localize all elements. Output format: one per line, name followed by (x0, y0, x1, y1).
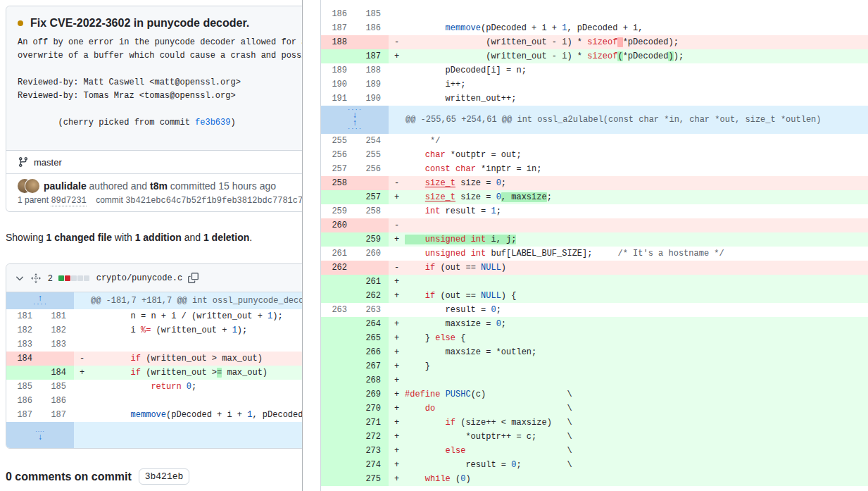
committer-name[interactable]: t8m (150, 180, 168, 192)
committer-avatar[interactable] (25, 179, 39, 193)
line-number-new[interactable]: 182 (40, 323, 74, 337)
line-number-new[interactable]: 185 (355, 7, 389, 21)
line-number-old[interactable] (6, 366, 40, 380)
line-number-new[interactable]: 256 (355, 162, 389, 176)
line-number-new[interactable] (355, 35, 389, 49)
line-number-old[interactable] (321, 444, 355, 458)
line-number-new[interactable]: 274 (355, 458, 389, 472)
line-number-old[interactable]: 186 (6, 394, 40, 408)
line-number-new[interactable]: 189 (355, 77, 389, 92)
line-number-new[interactable] (355, 261, 389, 275)
expand-up-button[interactable]: ↑···· (348, 120, 363, 131)
line-number-old[interactable]: 255 (321, 134, 355, 148)
line-number-new[interactable]: 258 (355, 204, 389, 218)
cherry-pick-commit-link[interactable]: fe3b639 (195, 118, 230, 128)
diff-sign (389, 148, 405, 162)
line-number-new[interactable]: 272 (355, 430, 389, 444)
diff-row: 190189 i++; (321, 77, 868, 92)
line-number-new[interactable]: 261 (355, 275, 389, 289)
line-number-new[interactable]: 266 (355, 345, 389, 359)
code-line: result = 0; (405, 303, 501, 317)
line-number-new[interactable]: 269 (355, 387, 389, 402)
line-number-old[interactable]: 257 (321, 162, 355, 176)
line-number-new[interactable]: 184 (40, 366, 74, 380)
line-number-new[interactable]: 275 (355, 472, 389, 486)
line-number-new[interactable] (40, 352, 74, 366)
line-number-new[interactable]: 187 (40, 408, 74, 422)
line-number-old[interactable]: 191 (321, 92, 355, 106)
author-name[interactable]: paulidale (44, 180, 87, 192)
line-number-old[interactable] (321, 317, 355, 331)
line-number-new[interactable]: 264 (355, 317, 389, 331)
line-number-new[interactable]: 273 (355, 444, 389, 458)
line-number-new[interactable]: 190 (355, 92, 389, 106)
line-number-old[interactable] (321, 430, 355, 444)
line-number-old[interactable] (321, 289, 355, 303)
line-number-old[interactable]: 188 (321, 35, 355, 49)
line-number-new[interactable]: 268 (355, 373, 389, 387)
line-number-new[interactable]: 267 (355, 359, 389, 373)
line-number-old[interactable]: 263 (321, 303, 355, 317)
code-line: (written_out - i) * sizeof(*pDecoded)); (405, 49, 684, 63)
line-number-new[interactable]: 260 (355, 247, 389, 261)
expand-down-button[interactable]: ····↓ (35, 430, 44, 441)
line-number-new[interactable]: 270 (355, 402, 389, 416)
line-number-old[interactable] (321, 416, 355, 430)
line-number-old[interactable]: 189 (321, 63, 355, 77)
line-number-new[interactable]: 187 (355, 49, 389, 63)
line-number-old[interactable] (321, 373, 355, 387)
file-name[interactable]: crypto/punycode.c (96, 273, 182, 283)
line-number-new[interactable]: 254 (355, 134, 389, 148)
line-number-old[interactable] (321, 49, 355, 63)
line-number-old[interactable] (321, 331, 355, 345)
line-number-new[interactable]: 263 (355, 303, 389, 317)
line-number-old[interactable]: 187 (321, 21, 355, 35)
collapse-file-chevron-down-icon[interactable] (14, 273, 25, 284)
line-number-new[interactable]: 255 (355, 148, 389, 162)
line-number-old[interactable]: 184 (6, 352, 40, 366)
parent-commit-link[interactable]: 89d7231 (51, 196, 86, 206)
line-number-new[interactable]: 257 (355, 190, 389, 204)
line-number-old[interactable]: 258 (321, 176, 355, 190)
line-number-new[interactable]: 259 (355, 232, 389, 247)
branch-name[interactable]: master (34, 157, 62, 168)
line-number-new[interactable]: 186 (355, 21, 389, 35)
line-number-old[interactable] (321, 387, 355, 402)
line-number-old[interactable]: 186 (321, 7, 355, 21)
line-number-old[interactable]: 181 (6, 309, 40, 323)
line-number-old[interactable]: 190 (321, 77, 355, 92)
code-line: written_out++; (405, 92, 516, 106)
line-number-old[interactable]: 260 (321, 218, 355, 232)
line-number-old[interactable] (321, 190, 355, 204)
line-number-old[interactable]: 262 (321, 261, 355, 275)
line-number-new[interactable]: 265 (355, 331, 389, 345)
line-number-old[interactable] (321, 402, 355, 416)
line-number-old[interactable]: 256 (321, 148, 355, 162)
line-number-new[interactable] (355, 176, 389, 190)
line-number-new[interactable]: 181 (40, 309, 74, 323)
line-number-new[interactable]: 185 (40, 380, 74, 394)
line-number-old[interactable] (321, 232, 355, 247)
line-number-new[interactable]: 188 (355, 63, 389, 77)
code-line: return 0; (90, 380, 196, 394)
code-line: i++; (405, 77, 465, 92)
line-number-new[interactable]: 262 (355, 289, 389, 303)
line-number-old[interactable] (321, 359, 355, 373)
line-number-old[interactable]: 259 (321, 204, 355, 218)
line-number-old[interactable]: 261 (321, 247, 355, 261)
line-number-old[interactable] (321, 345, 355, 359)
line-number-old[interactable] (321, 458, 355, 472)
line-number-old[interactable]: 185 (6, 380, 40, 394)
line-number-old[interactable]: 182 (6, 323, 40, 337)
drag-grip-icon[interactable] (31, 273, 41, 283)
line-number-old[interactable] (321, 472, 355, 486)
line-number-old[interactable]: 183 (6, 337, 40, 352)
line-number-new[interactable]: 186 (40, 394, 74, 408)
line-number-new[interactable] (355, 218, 389, 232)
line-number-old[interactable]: 187 (6, 408, 40, 422)
line-number-new[interactable]: 271 (355, 416, 389, 430)
line-number-new[interactable]: 183 (40, 337, 74, 352)
expand-up-button[interactable]: ↑···· (33, 295, 48, 306)
copy-path-icon[interactable] (188, 273, 199, 283)
line-number-old[interactable] (321, 275, 355, 289)
